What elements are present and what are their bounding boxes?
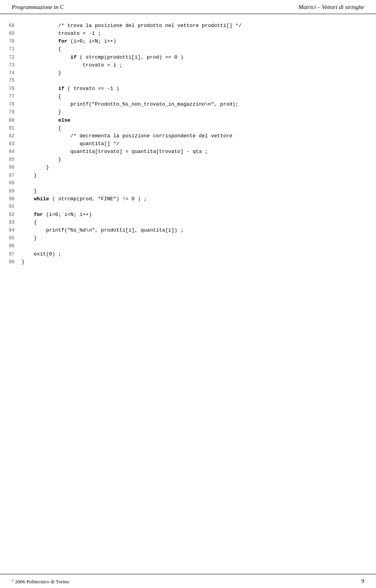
- code-line: 70 for (i=0; i<N; i++): [0, 38, 376, 45]
- line-number: 74: [0, 70, 22, 77]
- line-number: 92: [0, 211, 22, 219]
- line-content: if ( trovato == -1 ): [22, 85, 376, 93]
- line-content: {: [22, 219, 376, 227]
- keyword-if: if: [58, 86, 65, 92]
- line-content: }: [22, 156, 376, 164]
- line-number: 85: [0, 156, 22, 164]
- line-number: 86: [0, 164, 22, 171]
- keyword-if: if: [70, 54, 77, 60]
- line-content: if ( strcmp(prodotti[i], prod) == 0 ): [22, 54, 376, 61]
- code-line: 85 }: [0, 156, 376, 164]
- header-left: Programmazione in C: [12, 4, 64, 11]
- line-number: 81: [0, 125, 22, 132]
- line-content: printf("%s_%d\n", prodotti[i], quantita[…: [22, 227, 376, 234]
- line-content: /* trova la posizione del prodotto nel v…: [22, 22, 376, 30]
- line-number: 80: [0, 117, 22, 124]
- line-content: {: [22, 93, 376, 101]
- line-content: for (i=0; i<N; i++): [22, 38, 376, 45]
- code-line: 68 /* trova la posizione del prodotto ne…: [0, 22, 376, 30]
- line-number: 70: [0, 38, 22, 45]
- code-line: 86 }: [0, 164, 376, 171]
- line-content: }: [22, 108, 376, 116]
- line-content: }: [22, 187, 376, 195]
- code-line: 89 }: [0, 187, 376, 195]
- code-line: 93 {: [0, 219, 376, 227]
- line-content: {: [22, 45, 376, 53]
- line-number: 75: [0, 77, 22, 85]
- code-line: 80 else: [0, 117, 376, 124]
- code-line: 71 {: [0, 45, 376, 53]
- line-number: 95: [0, 235, 22, 242]
- keyword-for: for: [34, 212, 43, 218]
- code-line: 84 quantita[trovato] = quantita[trovato]…: [0, 148, 376, 156]
- line-content: while ( strcmp(prod, "FINE") != 0 ) ;: [22, 195, 376, 203]
- code-line: 97 exit(0) ;: [0, 250, 376, 258]
- keyword-for: for: [58, 38, 67, 44]
- code-line: 73 trovato = i ;: [0, 61, 376, 69]
- line-number: 76: [0, 85, 22, 93]
- page-number: 9: [362, 578, 365, 584]
- code-line: 98}: [0, 258, 376, 266]
- code-area: 68 /* trova la posizione del prodotto ne…: [0, 14, 376, 266]
- code-line: 79 }: [0, 108, 376, 116]
- line-content: }: [22, 172, 376, 180]
- keyword-while: while: [34, 196, 49, 202]
- line-number: 94: [0, 227, 22, 234]
- line-number: 93: [0, 219, 22, 227]
- line-number: 78: [0, 101, 22, 108]
- line-number: 90: [0, 196, 22, 203]
- code-line: 81 {: [0, 124, 376, 132]
- code-line: 78 printf("Prodotto_%s_non_trovato_in_ma…: [0, 101, 376, 108]
- code-line: 90 while ( strcmp(prod, "FINE") != 0 ) ;: [0, 195, 376, 203]
- code-line: 77 {: [0, 93, 376, 101]
- code-line: 83 quantita[] */: [0, 140, 376, 148]
- page-header: Programmazione in C Matrici – Vettori di…: [0, 0, 376, 14]
- line-content: quantita[trovato] = quantita[trovato] - …: [22, 148, 376, 156]
- line-number: 98: [0, 259, 22, 266]
- footer-copyright: c 2006 Politecnico di Torino: [12, 577, 69, 585]
- code-line: 92 for (i=0; i<N; i++): [0, 211, 376, 219]
- line-content: trovato = i ;: [22, 61, 376, 69]
- line-number: 89: [0, 188, 22, 195]
- line-number: 68: [0, 22, 22, 30]
- line-content: else: [22, 117, 376, 124]
- line-number: 83: [0, 140, 22, 148]
- line-number: 77: [0, 93, 22, 101]
- line-number: 88: [0, 180, 22, 187]
- line-content: }: [22, 164, 376, 171]
- code-line: 69 trovato = -1 ;: [0, 30, 376, 38]
- code-line: 75: [0, 77, 376, 85]
- line-number: 79: [0, 109, 22, 116]
- header-right: Matrici – Vettori di stringhe: [298, 4, 364, 11]
- line-content: /* decrementa la posizione corrispondent…: [22, 132, 376, 140]
- line-number: 82: [0, 133, 22, 140]
- line-number: 71: [0, 46, 22, 53]
- line-content: trovato = -1 ;: [22, 30, 376, 38]
- line-number: 84: [0, 148, 22, 156]
- code-line: 72 if ( strcmp(prodotti[i], prod) == 0 ): [0, 54, 376, 61]
- code-line: 88: [0, 180, 376, 187]
- code-line: 87 }: [0, 172, 376, 180]
- line-content: }: [22, 69, 376, 77]
- code-line: 82 /* decrementa la posizione corrispond…: [0, 132, 376, 140]
- line-content: for (i=0; i<N; i++): [22, 211, 376, 219]
- line-number: 96: [0, 243, 22, 250]
- code-line: 95 }: [0, 234, 376, 242]
- code-line: 91: [0, 203, 376, 211]
- line-number: 91: [0, 203, 22, 210]
- line-content: quantita[] */: [22, 140, 376, 148]
- page-footer: c 2006 Politecnico di Torino 9: [0, 574, 376, 588]
- code-line: 96: [0, 243, 376, 250]
- line-content: printf("Prodotto_%s_non_trovato_in_magaz…: [22, 101, 376, 108]
- keyword-else: else: [58, 117, 70, 123]
- line-number: 97: [0, 251, 22, 258]
- code-line: 74 }: [0, 69, 376, 77]
- line-content: }: [22, 258, 376, 266]
- code-line: 94 printf("%s_%d\n", prodotti[i], quanti…: [0, 227, 376, 234]
- line-number: 73: [0, 62, 22, 69]
- line-content: }: [22, 234, 376, 242]
- line-content: exit(0) ;: [22, 250, 376, 258]
- line-content: {: [22, 124, 376, 132]
- line-number: 87: [0, 172, 22, 180]
- line-number: 69: [0, 30, 22, 38]
